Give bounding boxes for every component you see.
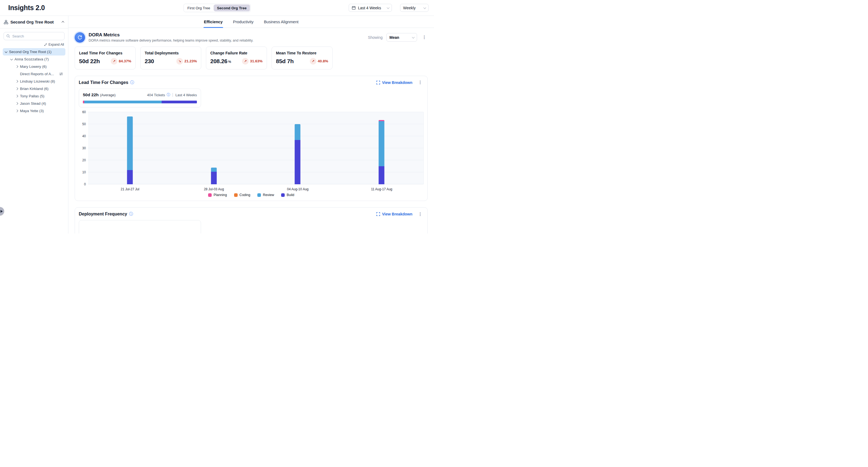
dora-title: DORA Metrics: [89, 32, 253, 38]
dora-cycle-icon: [75, 32, 85, 43]
bar-segment-review: [295, 124, 301, 140]
legend-label: Coding: [240, 193, 250, 197]
metric-value-row: 208.26%↗31.63%: [210, 58, 262, 65]
dora-description: DORA metrics measure software delivery p…: [89, 38, 253, 43]
tree-item[interactable]: Anna Scozzafava (7): [3, 56, 65, 63]
legend-label: Planning: [214, 193, 227, 197]
legend-swatch: [208, 193, 212, 197]
lead-time-view-breakdown-button[interactable]: View Breakdown: [376, 81, 412, 85]
tree-item[interactable]: Jason Stead (4): [3, 100, 65, 107]
arrow-up-right-icon: ↗: [310, 58, 316, 65]
tree-item[interactable]: Direct Reports of A...: [3, 70, 65, 77]
app-header: Insights 2.0 First Org TreeSecond Org Tr…: [0, 0, 434, 16]
collapse-sidebar-icon[interactable]: [62, 21, 64, 24]
metric-value: 50d 22h: [79, 58, 100, 65]
deployment-frequency-title: Deployment Frequency: [79, 212, 127, 217]
org-toggle-option[interactable]: Second Org Tree: [214, 4, 250, 11]
tab-productivity[interactable]: Productivity: [233, 20, 253, 28]
legend-item-coding[interactable]: Coding: [234, 193, 250, 197]
main-tabs: EfficiencyProductivityBusiness Alignment: [68, 16, 434, 28]
tree-item[interactable]: Maya Yette (3): [3, 107, 65, 115]
search-input[interactable]: [12, 34, 62, 38]
bar-21-Jul-27-Jul[interactable]: [127, 112, 133, 184]
metric-value: 85d 7h: [276, 58, 294, 65]
tree-item-label: Direct Reports of A...: [20, 72, 54, 76]
x-axis-label: 04 Aug-10 Aug: [287, 187, 309, 191]
page-title: Insights 2.0: [8, 4, 45, 12]
deployment-summary-card: [79, 220, 201, 234]
summary-value: 50d 22h: [83, 92, 99, 97]
org-toggle-option[interactable]: First Org Tree: [184, 4, 213, 11]
chevron-down-icon: [423, 6, 426, 9]
tree-item[interactable]: Second Org Tree Root (1): [3, 48, 65, 56]
play-arrow-icon: [1, 210, 3, 213]
tree-item-label: Second Org Tree Root (1): [9, 50, 52, 54]
org-tree-toggle: First Org TreeSecond Org Tree: [183, 4, 250, 12]
phase-segment-build: [162, 101, 197, 103]
deployment-view-breakdown-button[interactable]: View Breakdown: [376, 212, 412, 216]
sidebar-search[interactable]: [4, 32, 65, 40]
tree-item[interactable]: Brian Kirkland (6): [3, 85, 65, 92]
date-range-select[interactable]: Last 4 Weeks: [349, 4, 392, 12]
y-tick-label: 20: [82, 158, 86, 162]
bar-04-Aug-10-Aug[interactable]: [295, 112, 301, 184]
legend-item-planning[interactable]: Planning: [208, 193, 227, 197]
metric-card-title: Change Failure Rate: [210, 51, 262, 55]
date-range-value: Last 4 Weeks: [358, 6, 381, 10]
gridline: [88, 172, 423, 172]
org-tree-sidebar: Second Org Tree Root Expand All Second O…: [0, 16, 68, 234]
main-panel: EfficiencyProductivityBusiness Alignment…: [68, 16, 434, 234]
lead-time-menu-button[interactable]: ⋮: [417, 80, 424, 85]
info-icon[interactable]: ⓘ: [129, 212, 133, 217]
y-tick-label: 30: [82, 146, 86, 150]
bar-28-Jul-03-Aug[interactable]: [211, 112, 217, 184]
metric-value: 208.26: [210, 58, 227, 65]
lead-time-title: Lead Time For Changes: [79, 80, 128, 85]
sidebar-expand-handle[interactable]: [0, 207, 4, 215]
metric-value: 230: [145, 58, 154, 65]
lead-time-section: Lead Time For Changes ⓘ View Breakdown ⋮: [75, 76, 428, 201]
x-axis-label: 11 Aug-17 Aug: [371, 187, 393, 191]
fullscreen-corners-icon: [376, 212, 380, 216]
tree-item[interactable]: Mary Lowery (6): [3, 63, 65, 70]
sidebar-header: Second Org Tree Root: [0, 16, 68, 28]
gridline: [88, 112, 423, 112]
info-icon[interactable]: ⓘ: [130, 80, 134, 85]
dora-menu-button[interactable]: ⋮: [421, 35, 428, 40]
legend-swatch: [234, 193, 238, 197]
legend-item-build[interactable]: Build: [281, 193, 294, 197]
chart-legend: PlanningCodingReviewBuild: [79, 193, 424, 197]
tree-item[interactable]: Lindsay Liszewski (8): [3, 77, 65, 85]
org-chart-icon: [4, 20, 8, 24]
trend-badge: ↘21.23%: [176, 58, 197, 65]
y-tick-label: 40: [82, 134, 86, 138]
bar-segment-review: [211, 167, 217, 172]
expand-diagonal-icon: [44, 43, 47, 46]
tab-efficiency[interactable]: Efficiency: [204, 20, 223, 28]
metric-card-title: Lead Time For Changes: [79, 51, 131, 55]
view-breakdown-label: View Breakdown: [382, 81, 412, 85]
x-axis: 21 Jul-27 Jul28 Jul-03 Aug04 Aug-10 Aug1…: [88, 184, 424, 192]
aggregation-select[interactable]: Mean: [386, 33, 417, 41]
metric-card-title: Mean Time To Restore: [276, 51, 328, 55]
y-tick-label: 0: [84, 182, 86, 186]
deployment-frequency-section: Deployment Frequency ⓘ View Breakdown ⋮: [75, 207, 428, 234]
legend-item-review[interactable]: Review: [257, 193, 274, 197]
gridline: [88, 160, 423, 160]
tab-business-alignment[interactable]: Business Alignment: [264, 20, 299, 28]
search-icon: [6, 34, 10, 38]
chevron-right-icon: [16, 65, 18, 68]
deployment-menu-button[interactable]: ⋮: [417, 212, 424, 217]
tree-item[interactable]: Tony Pallas (5): [3, 92, 65, 100]
info-icon[interactable]: ⓘ: [166, 92, 170, 97]
trend-badge: ↗31.63%: [242, 58, 262, 65]
lead-time-summary-card: 50d 22h (Average) 404 Tickets ⓘ Last 4 W…: [79, 89, 201, 108]
bar-11-Aug-17-Aug[interactable]: [378, 112, 384, 184]
expand-all-button[interactable]: Expand All: [0, 43, 64, 46]
phase-distribution-bar: [83, 101, 197, 103]
chevron-right-icon: [16, 102, 18, 105]
granularity-select[interactable]: Weekly: [400, 4, 429, 12]
tree-item-label: Tony Pallas (5): [20, 94, 44, 98]
filter-sliders-icon[interactable]: [59, 72, 63, 76]
chevron-right-icon: [16, 95, 18, 98]
